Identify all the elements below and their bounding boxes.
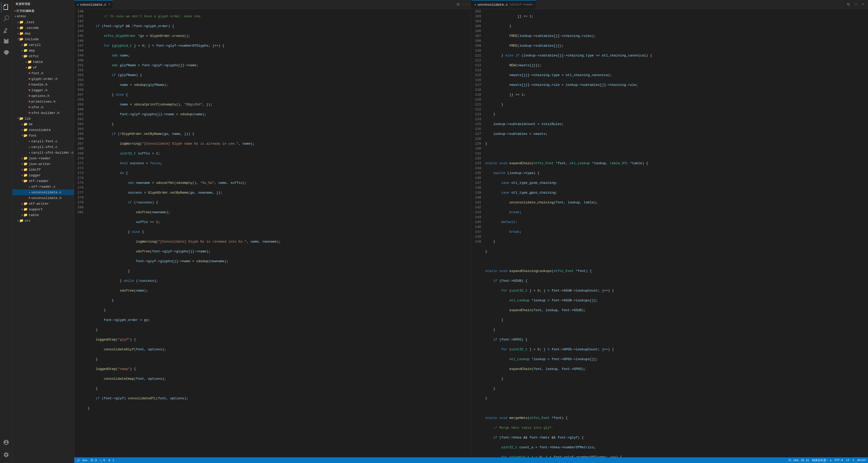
activity-bar-explorer[interactable]	[1, 2, 11, 12]
right-toggle-button[interactable]: □	[852, 1, 859, 7]
right-close-button[interactable]: ×	[860, 1, 866, 7]
activity-bar-search[interactable]	[1, 13, 11, 24]
sidebar-item-glyph-order-h[interactable]: H glyph-order.h	[12, 76, 74, 82]
left-code-editor[interactable]: 240 241 242 243 244 245 246 247 248 249 …	[74, 9, 470, 457]
code-line-273: loggedStep("glyf") {	[88, 337, 470, 342]
sidebar-item-font-folder[interactable]: ▼ 📂 font	[12, 133, 74, 138]
sidebar-open-editors-section[interactable]: ▶ 打开的编辑器	[12, 8, 74, 14]
activity-bar-account[interactable]	[1, 437, 11, 447]
sidebar-item-json-writer[interactable]: ▶ 📁 json-writer	[12, 161, 74, 167]
status-position[interactable]: 行 190，列 31	[788, 458, 809, 462]
sidebar-item-unconsolidate-c[interactable]: ✦ unconsolidate.c	[12, 189, 74, 195]
bk-folder-icon: 📁	[24, 122, 28, 126]
activity-bar-git[interactable]	[1, 25, 11, 35]
sidebar-item-otf-reader[interactable]: ▼ 📂 otf-reader	[12, 178, 74, 184]
sidebar-item-lib[interactable]: ▼ 📂 lib	[12, 116, 74, 121]
otfcc-folder-label: otfcc	[29, 54, 39, 58]
sidebar-item-vscode[interactable]: ▶ 📁 .vscode	[12, 25, 74, 31]
left-more-button[interactable]: ···	[462, 1, 468, 7]
status-spaces[interactable]: 制表符长度: 4	[812, 458, 831, 462]
ln-252: 252	[78, 68, 84, 73]
ln-269: 269	[78, 151, 84, 156]
support-label: support	[29, 208, 43, 211]
sidebar-item-options-h[interactable]: H options.h	[12, 93, 74, 99]
libcff-arrow: ▶	[22, 168, 23, 171]
rcode-line-131: otl_Lookup *lookup = font->GSUB->lookups…	[485, 298, 868, 303]
sidebar-item-otf-reader-c[interactable]: ✦ otf-reader.c	[12, 184, 74, 189]
sidebar-item-primitives-h[interactable]: H primitives.h	[12, 99, 74, 104]
status-encoding[interactable]: UTF-8	[835, 459, 843, 462]
sidebar-item-support[interactable]: ▶ 📁 support	[12, 207, 74, 212]
sidebar-item-caryll[interactable]: ▶ 📁 caryll	[12, 42, 74, 48]
sidebar-item-table[interactable]: ▶ 📁 table	[12, 59, 74, 65]
rln-144: 144	[475, 215, 481, 220]
sidebar-item-consolidate[interactable]: ▶ 📁 consolidate	[12, 127, 74, 133]
status-errors[interactable]: ⓪ 8	[91, 458, 97, 462]
right-line-numbers: 102 103 104 105 106 107 108 109 110 111 …	[472, 9, 483, 457]
logger-h-label: logger.h	[31, 88, 48, 92]
sidebar-item-otfcc-folder[interactable]: ▼ 📂 otfcc	[12, 53, 74, 59]
ln-260: 260	[78, 107, 84, 112]
activity-bar-settings[interactable]	[1, 450, 11, 460]
rln-108: 108	[475, 38, 481, 43]
sidebar-item-unconsolidate-h[interactable]: H unconsolidate.h	[12, 195, 74, 201]
ln-244: 244	[78, 29, 84, 33]
sidebar-item-libcff[interactable]: ▶ 📁 libcff	[12, 167, 74, 173]
glyph-order-h-icon: H	[29, 78, 30, 81]
sidebar-item-dep[interactable]: ▶ 📁 dep	[12, 31, 74, 36]
activity-bar-extensions[interactable]	[1, 48, 11, 58]
status-language[interactable]: C	[852, 459, 854, 462]
code-line-258: success = GlyphOrder.setByName(go, newna…	[88, 190, 470, 195]
caryll-sfnt-c-label: caryll-sfnt.c	[31, 145, 58, 149]
sidebar-item-handle-h[interactable]: H handle.h	[12, 82, 74, 87]
left-split-button[interactable]: ⧉	[455, 1, 461, 7]
code-line-266: }	[88, 269, 470, 274]
right-code-content: jj += 1; } FREE(lookup->subtables[j]->ch…	[483, 9, 868, 457]
sidebar-item-caryll-sfnt-c[interactable]: ✦ caryll-sfnt.c	[12, 144, 74, 150]
sidebar-item-dep-include[interactable]: ▶ 📁 dep	[12, 48, 74, 53]
sidebar-item-caryll-sfnt-builder-c[interactable]: ✦ caryll-sfnt-builder.c	[12, 150, 74, 155]
rcode-line-109: newsts[jj]->chaining.rule = lookup->subt…	[485, 83, 868, 87]
rln-127: 127	[475, 131, 481, 136]
sidebar-item-test[interactable]: ▶ 📁 _test	[12, 19, 74, 25]
rcode-line-125: }	[485, 239, 868, 244]
logger-lib-folder-icon: 📁	[24, 173, 28, 177]
activity-bar-bottom	[1, 437, 11, 461]
right-tab-unconsolidate-c[interactable]: ✦ unconsolidate.c liblotf-reader	[472, 0, 536, 9]
sidebar-item-sfnt-h[interactable]: H sfnt.h	[12, 104, 74, 110]
right-restore-button[interactable]: ⧉	[845, 1, 851, 7]
dep-include-folder-icon: 📁	[24, 49, 28, 53]
rln-140: 140	[475, 195, 481, 200]
rln-115: 115	[475, 73, 481, 78]
sidebar-item-sfnt-builder-h[interactable]: H sfnt-builder.h	[12, 110, 74, 116]
activity-bar-debug[interactable]	[1, 36, 11, 47]
code-line-265: font->glyf->glyphs[j]->name = sdsdup(new…	[88, 259, 470, 264]
sidebar-item-otfcc-root[interactable]: ▼ OTFCC	[12, 14, 74, 19]
sidebar-item-json-reader[interactable]: ▶ 📁 json-reader	[12, 155, 74, 161]
status-line-ending[interactable]: LF	[846, 459, 849, 462]
left-tab-close[interactable]: ×	[108, 3, 110, 6]
sidebar-item-logger-h[interactable]: H logger.h	[12, 87, 74, 93]
status-info[interactable]: ① 1	[108, 459, 114, 462]
sidebar-item-otf-writer[interactable]: ▶ 📁 otf-writer	[12, 201, 74, 207]
sidebar-item-include[interactable]: ▼ 📂 include	[12, 36, 74, 42]
sidebar-item-logger-lib[interactable]: ▶ 📁 logger	[12, 173, 74, 178]
status-branch[interactable]: ⎇ dev	[76, 459, 87, 462]
sidebar-item-vf[interactable]: ▶ 📁 vf	[12, 65, 74, 70]
rln-142: 142	[475, 205, 481, 210]
sidebar-item-caryll-font-c[interactable]: ✦ caryll-font.c	[12, 138, 74, 144]
rln-137: 137	[475, 181, 481, 185]
status-os[interactable]: Win32	[858, 459, 866, 462]
left-tab-consolidate-c[interactable]: ✦ consolidate.c ×	[74, 0, 113, 9]
ln-262: 262	[78, 117, 84, 122]
status-warnings[interactable]: ⚠ 8	[100, 459, 105, 462]
rln-110: 110	[475, 48, 481, 53]
sidebar-item-bk[interactable]: ▶ 📁 bk	[12, 121, 74, 127]
sidebar-item-src[interactable]: ▶ 📁 src	[12, 218, 74, 223]
rln-145: 145	[475, 220, 481, 224]
rln-120: 120	[475, 97, 481, 102]
ln-254: 254	[78, 78, 84, 83]
sidebar-item-font-h[interactable]: H font.h	[12, 70, 74, 76]
sidebar-item-table-lib[interactable]: ▶ 📁 table	[12, 212, 74, 218]
right-code-editor[interactable]: 102 103 104 105 106 107 108 109 110 111 …	[472, 9, 868, 457]
